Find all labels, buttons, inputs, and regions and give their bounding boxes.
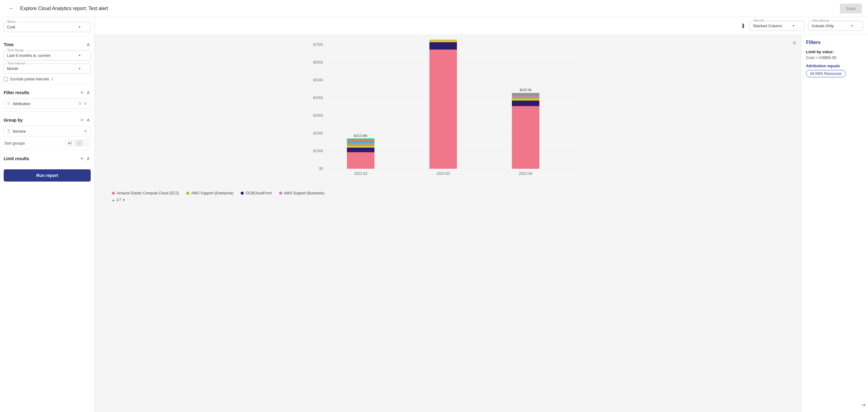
chart-menu-button[interactable]: ≡ [793,40,796,46]
svg-rect-28 [429,40,457,42]
legend-triangle-up-icon: ▲ [112,198,115,202]
svg-text:$200k: $200k [313,131,323,136]
page-title: Explore Cloud Analytics report: Test ale… [20,6,108,11]
content-area: ⬇ View As Stacked Column ▾ View data as … [95,17,868,412]
filter-results-collapse-button[interactable]: ∧ [86,89,91,96]
metric-chevron-icon: ▾ [79,25,81,29]
svg-rect-23 [347,139,374,140]
svg-rect-35 [512,99,539,100]
save-button[interactable]: Save [840,4,862,13]
svg-text:$425.9k: $425.9k [520,88,532,92]
svg-rect-27 [429,42,457,50]
chart-area: ≡ $700k $600k $500k $400k $300k $200k $1… [95,35,868,412]
svg-rect-17 [347,148,374,152]
sort-groups-label: Sort groups [4,141,25,146]
back-button[interactable]: ← [6,4,17,13]
view-data-label: View data as [811,19,830,22]
service-group-label: Service [12,129,26,134]
svg-text:$100k: $100k [313,149,323,153]
legend-label-ec2: Amazon Elastic Compute Cloud (EC2) [117,191,179,195]
chart-toolbar: ⬇ View As Stacked Column ▾ View data as … [95,17,868,35]
download-button[interactable]: ⬇ [741,22,746,30]
exclude-partial-checkbox[interactable] [4,77,8,81]
metric-select[interactable]: Metric Cost ▾ [4,22,91,32]
exclude-partial-row: Exclude partial intervals ℹ [4,77,91,81]
service-drag-icon: ⠿ [7,129,10,134]
header-left: ← Explore Cloud Analytics report: Test a… [6,4,108,13]
time-section-title: Time [4,42,13,47]
filter-results-actions: + ∧ [80,89,91,96]
view-as-container: View As Stacked Column ▾ [749,21,804,31]
attribution-filter-label: Attribution [12,101,31,106]
service-group-left: ⠿ Service [7,129,26,134]
attribution-remove-button[interactable]: ✕ [84,101,87,106]
chart-legend: Amazon Elastic Compute Cloud (EC2) AWS S… [99,191,796,195]
view-data-select[interactable]: View data as Actuals Only ▾ [808,21,863,31]
group-by-title: Group by [4,118,23,123]
attribution-equals-label: Attribution equals [806,64,863,68]
expand-panel-button[interactable]: ⇥ [861,402,866,408]
run-report-button[interactable]: Run report [4,169,91,181]
attribution-filter-left: ⠿ Attribution [7,101,31,106]
bar-chart: $700k $600k $500k $400k $300k $200k $100… [99,40,796,186]
main-layout: Metric Cost ▾ Time ∧ Time Range Last 6 m… [0,17,868,412]
time-range-select[interactable]: Time Range Last 6 months w. current ▾ [4,51,91,60]
filter-results-section-header: Filter results + ∧ [4,89,91,96]
time-range-chevron-icon: ▾ [79,54,81,57]
legend-item-cloudfront: OCBCloudFront [241,191,272,195]
sort-groups-row: Sort groups AZ ↑ ↓ [4,139,91,147]
legend-pagination: ▲ 1/7 ▼ [99,198,796,202]
legend-item-support-enterprise: AWS Support (Enterprise) [186,191,233,195]
legend-dot-ec2 [112,192,115,195]
svg-text:2023-02: 2023-02 [354,172,367,176]
view-as-label: View As [752,19,765,22]
service-remove-button[interactable]: ✕ [84,129,87,134]
group-by-add-button[interactable]: + [80,117,84,123]
filter-results-add-button[interactable]: + [80,89,84,96]
legend-label-support-business: AWS Support (Business) [284,191,324,195]
legend-item-support-business: AWS Support (Business) [279,191,324,195]
svg-text:$300k: $300k [313,113,323,118]
sort-descending-button[interactable]: ↓ [84,140,90,146]
chart-panel: ≡ $700k $600k $500k $400k $300k $200k $1… [95,35,801,412]
group-by-collapse-button[interactable]: ∧ [86,116,91,123]
svg-rect-34 [512,100,539,106]
attribution-filter-actions: ☰ ✕ [79,101,87,106]
svg-rect-21 [347,142,374,143]
svg-text:$700k: $700k [313,42,323,47]
time-interval-label: Time Interval [6,62,26,65]
limit-results-add-button[interactable]: + [80,155,84,162]
info-icon: ℹ [52,77,53,81]
svg-text:$600k: $600k [313,60,323,64]
sort-ascending-button[interactable]: ↑ [76,140,83,146]
limit-results-title: Limit results [4,156,29,161]
svg-rect-19 [347,145,374,146]
app-header: ← Explore Cloud Analytics report: Test a… [0,0,868,17]
svg-rect-18 [347,146,374,148]
svg-rect-39 [512,93,539,94]
filter-results-title: Filter results [4,90,29,95]
svg-rect-37 [512,96,539,97]
svg-rect-26 [429,50,457,169]
limit-by-value-label: Limit by value: [806,50,863,54]
metric-value: Cost [7,25,15,29]
view-as-select[interactable]: View As Stacked Column ▾ [749,21,804,31]
limit-results-collapse-button[interactable]: ∧ [86,155,91,162]
filters-panel: Filters Limit by value: Cost > US$90.00 … [801,35,868,412]
svg-rect-33 [512,106,539,169]
time-section-header: Time ∧ [4,41,91,48]
service-group-row: ⠿ Service ✕ [4,126,91,136]
sort-buttons: AZ ↑ ↓ [65,140,90,146]
group-by-section-header: Group by + ∧ [4,116,91,123]
time-range-label: Time Range [6,49,25,52]
svg-rect-36 [512,97,539,99]
legend-page: 1/7 [116,198,121,202]
time-collapse-button[interactable]: ∧ [86,41,91,48]
legend-dot-support-business [279,192,282,195]
view-as-chevron-icon: ▾ [793,24,795,28]
exclude-partial-label: Exclude partial intervals [10,77,49,81]
time-interval-select[interactable]: Time Interval Month ▾ [4,64,91,73]
time-interval-value: Month [7,66,18,71]
attribution-badge[interactable]: All AWS Resources [806,70,846,77]
sort-az-button[interactable]: AZ [65,140,74,146]
